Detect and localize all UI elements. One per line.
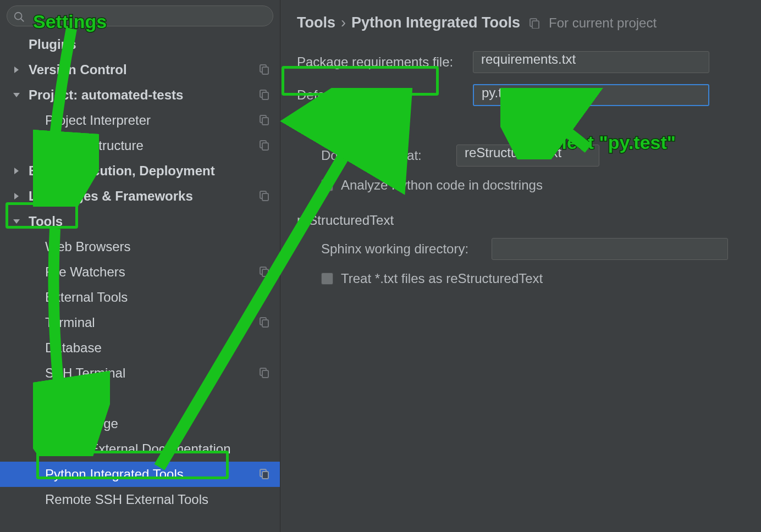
copy-icon [259,190,270,201]
copy-icon [259,64,270,75]
sidebar-item-project-structure[interactable]: Project Structure [0,133,280,158]
svg-rect-17 [262,370,268,378]
sidebar-item-build-execution-deployment[interactable]: Build, Execution, Deployment [0,158,280,184]
docstring-format-label: Docstring format: [321,148,456,163]
copy-icon [259,317,270,328]
copy-icon [259,140,270,151]
package-requirements-label: Package requirements file: [297,54,473,70]
sidebar-item-label: Terminal [45,315,95,330]
sidebar-item-label: External Tools [45,290,128,305]
sidebar-item-terminal[interactable]: Terminal [0,310,280,335]
sidebar-item-ssh-terminal[interactable]: SSH Terminal [0,361,280,386]
sidebar-item-label: Project Interpreter [45,113,151,128]
sidebar-item-label: SSH Terminal [45,365,125,381]
chevron-right-icon [11,64,20,75]
chevron-right-icon [11,165,20,176]
sidebar-item-label: Diff & Merge [45,416,118,431]
sidebar-item-external-tools[interactable]: External Tools [0,285,280,310]
sidebar-item-version-control[interactable]: Version Control [0,57,280,82]
breadcrumb-separator: › [341,14,346,31]
expander-icon [11,216,20,227]
sidebar-item-label: Web Browsers [45,239,131,254]
sidebar-item-web-browsers[interactable]: Web Browsers [0,234,280,259]
copy-icon [259,114,270,125]
sidebar-item-label: Build, Execution, Deployment [29,163,215,179]
copy-icon [259,367,270,378]
expander-icon [11,90,20,101]
sidebar-item-diagrams[interactable]: Diagrams [0,386,280,411]
chevron-down-icon [11,216,20,227]
sidebar-item-project-interpreter[interactable]: Project Interpreter [0,108,280,133]
search-wrapper [0,0,280,30]
sphinx-dir-label: Sphinx working directory: [321,241,492,257]
treat-txt-label: Treat *.txt files as reStructuredText [341,271,543,286]
treat-txt-checkbox[interactable] [321,273,333,285]
sidebar-item-project-automated-tests[interactable]: Project: automated-tests [0,82,280,108]
sidebar-item-label: Project: automated-tests [29,87,183,103]
breadcrumb-part: Python Integrated Tools [351,14,520,31]
sphinx-dir-field[interactable] [492,238,728,260]
svg-rect-19 [262,472,268,479]
svg-rect-11 [262,193,268,201]
settings-panel: Tools › Python Integrated Tools For curr… [280,0,761,532]
settings-sidebar: PluginsVersion ControlProject: automated… [0,0,280,532]
svg-rect-9 [262,143,268,150]
breadcrumb: Tools › Python Integrated Tools For curr… [297,14,761,31]
package-requirements-field[interactable]: requirements.txt [473,51,709,73]
expander-icon [11,165,20,176]
sidebar-item-database[interactable]: Database [0,335,280,361]
chevron-down-icon [11,90,20,101]
sidebar-item-label: File Watchers [45,264,125,280]
copy-icon [259,266,270,277]
sidebar-item-label: Languages & Frameworks [29,189,193,204]
default-test-runner-select[interactable]: py.test [473,84,709,106]
analyze-docstrings-label: Analyze Python code in docstrings [341,178,543,193]
docstrings-section: Docstrings [297,119,761,135]
sidebar-item-tools[interactable]: Tools [0,209,280,234]
default-test-runner-label: Default test runner: [297,87,473,103]
breadcrumb-part: Tools [297,14,335,31]
sidebar-item-diff-merge[interactable]: Diff & Merge [0,411,280,436]
sidebar-item-label: Database [45,340,102,356]
svg-rect-5 [262,92,268,99]
breadcrumb-hint: For current project [549,15,657,31]
sidebar-item-plugins[interactable]: Plugins [0,32,280,57]
svg-rect-13 [262,269,268,276]
analyze-docstrings-checkbox[interactable] [321,179,333,191]
expander-icon [11,191,20,202]
docstring-format-select[interactable]: reStructuredText [456,145,599,167]
sidebar-item-label: Version Control [29,62,127,77]
rst-section: reStructuredText [297,213,761,228]
svg-rect-3 [262,67,268,74]
svg-rect-15 [262,320,268,327]
sidebar-item-remote-ssh-external-tools[interactable]: Remote SSH External Tools [0,487,280,512]
sidebar-item-label: Python External Documentation [45,441,231,457]
sidebar-item-python-external-documentation[interactable]: Python External Documentation [0,436,280,462]
sidebar-item-label: Plugins [29,37,76,52]
sidebar-item-label: Diagrams [45,391,102,406]
chevron-right-icon [11,191,20,202]
copy-icon [259,468,270,479]
svg-rect-7 [262,118,268,125]
sidebar-item-label: Tools [29,214,63,229]
svg-rect-21 [532,21,539,29]
sidebar-item-label: Python Integrated Tools [45,467,184,482]
settings-tree: PluginsVersion ControlProject: automated… [0,30,280,532]
expander-icon [11,64,20,75]
copy-icon [259,89,270,100]
sidebar-item-file-watchers[interactable]: File Watchers [0,259,280,285]
sidebar-item-python-integrated-tools[interactable]: Python Integrated Tools [0,462,280,487]
search-input[interactable] [7,5,273,26]
copy-icon [529,18,540,29]
sidebar-item-label: Remote SSH External Tools [45,492,208,507]
sidebar-item-label: Project Structure [45,138,144,153]
sidebar-item-languages-frameworks[interactable]: Languages & Frameworks [0,184,280,209]
